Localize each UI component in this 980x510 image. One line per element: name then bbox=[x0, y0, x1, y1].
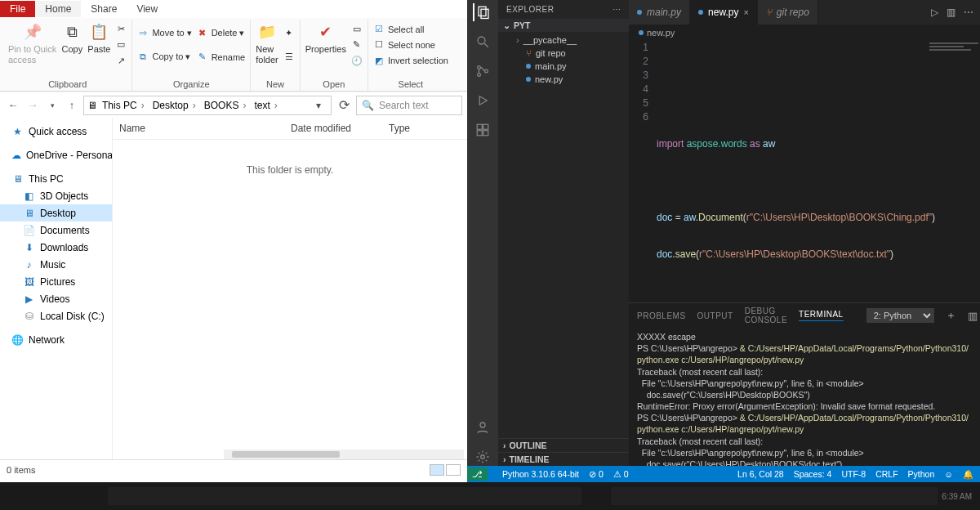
quick-access-node[interactable]: ★Quick access bbox=[0, 123, 112, 140]
tab-git-repo[interactable]: ⑂git repo bbox=[758, 0, 818, 25]
run-icon[interactable]: ▷ bbox=[931, 7, 938, 18]
explorer-activity-icon[interactable] bbox=[473, 3, 491, 21]
tab-home[interactable]: Home bbox=[35, 1, 81, 17]
search-activity-icon[interactable] bbox=[474, 33, 492, 51]
breadcrumb[interactable]: new.py bbox=[629, 25, 980, 41]
status-spaces[interactable]: Spaces: 4 bbox=[794, 469, 832, 479]
minimap[interactable] bbox=[929, 42, 978, 59]
onedrive-node[interactable]: ☁OneDrive - Personal bbox=[0, 146, 112, 163]
extensions-activity-icon[interactable] bbox=[474, 121, 492, 139]
split-editor-icon[interactable]: ▥ bbox=[947, 7, 956, 18]
crumb-this-pc[interactable]: This PC bbox=[99, 100, 148, 111]
debug-activity-icon[interactable] bbox=[474, 92, 492, 110]
status-python[interactable]: Python 3.10.6 64-bit bbox=[502, 469, 579, 479]
tab-view[interactable]: View bbox=[127, 1, 167, 17]
timeline-section[interactable]: ›TIMELINE bbox=[498, 452, 629, 466]
pin-quick-access-button[interactable]: 📌Pin to Quick access bbox=[8, 21, 56, 65]
file-new-py[interactable]: new.py bbox=[498, 73, 629, 86]
this-pc-node[interactable]: 🖥This PC bbox=[0, 170, 112, 187]
tab-new-py[interactable]: new.py× bbox=[690, 0, 758, 25]
tab-main-py[interactable]: main.py bbox=[629, 0, 690, 25]
address-bar[interactable]: 🖥 This PC Desktop BOOKS text ▾ bbox=[83, 96, 332, 115]
paste-button[interactable]: 📋Paste bbox=[87, 21, 110, 55]
copy-button[interactable]: ⧉Copy bbox=[61, 21, 82, 55]
terminal-output[interactable]: XXXXX escapePS C:\Users\HP\angrepo> & C:… bbox=[629, 328, 980, 466]
status-eol[interactable]: CRLF bbox=[875, 469, 898, 479]
status-encoding[interactable]: UTF-8 bbox=[841, 469, 866, 479]
file-gitrepo[interactable]: ⑂git repo bbox=[498, 47, 629, 60]
easy-access-button[interactable]: ☰ bbox=[283, 51, 295, 63]
cut-button[interactable]: ✂ bbox=[115, 23, 127, 35]
tree-documents[interactable]: 📄Documents bbox=[0, 221, 112, 239]
tree-desktop[interactable]: 🖥Desktop bbox=[0, 204, 112, 221]
network-node[interactable]: 🌐Network bbox=[0, 331, 112, 348]
forward-button[interactable]: → bbox=[24, 99, 41, 111]
up-button[interactable]: ↑ bbox=[64, 99, 80, 111]
more-icon[interactable]: ⋯ bbox=[612, 5, 621, 14]
open-button[interactable]: ▭ bbox=[351, 23, 363, 35]
panel-tab-terminal[interactable]: TERMINAL bbox=[799, 310, 844, 321]
search-input[interactable]: 🔍 Search text bbox=[356, 96, 462, 115]
dropdown-icon[interactable]: ▾ bbox=[310, 100, 327, 111]
new-terminal-button[interactable]: ＋ bbox=[946, 308, 957, 323]
terminal-shell-select[interactable]: 2: Python bbox=[866, 308, 934, 323]
tree-3d-objects[interactable]: ◧3D Objects bbox=[0, 187, 112, 204]
invert-selection-button[interactable]: ◩Invert selection bbox=[373, 55, 448, 67]
tree-videos[interactable]: ▶Videos bbox=[0, 290, 112, 307]
panel-tab-problems[interactable]: PROBLEMS bbox=[637, 311, 686, 320]
code-editor[interactable]: 1 2 3 4 5 6 import aspose.words as aw do… bbox=[629, 41, 980, 302]
col-name[interactable]: Name bbox=[113, 118, 284, 139]
rename-button[interactable]: ✎Rename bbox=[197, 51, 246, 63]
gear-icon[interactable] bbox=[474, 448, 492, 466]
status-language[interactable]: Python bbox=[908, 469, 935, 479]
project-section[interactable]: ⌄PYT bbox=[498, 19, 629, 32]
back-button[interactable]: ← bbox=[5, 99, 21, 111]
history-button[interactable]: 🕘 bbox=[351, 55, 363, 67]
rename-icon: ✎ bbox=[197, 51, 208, 62]
panel-tab-debug[interactable]: DEBUG CONSOLE bbox=[745, 306, 787, 324]
new-item-button[interactable]: ✦ bbox=[283, 27, 295, 39]
large-icons-view-button[interactable] bbox=[446, 464, 461, 476]
file-pycache[interactable]: ›__pycache__ bbox=[498, 34, 629, 47]
paste-shortcut-button[interactable]: ↗ bbox=[115, 55, 127, 67]
split-terminal-button[interactable]: ▥ bbox=[968, 310, 978, 322]
move-to-button[interactable]: ⇨Move to ▾ bbox=[137, 27, 191, 39]
delete-button[interactable]: ✖Delete ▾ bbox=[197, 27, 246, 39]
tab-share[interactable]: Share bbox=[81, 1, 127, 17]
tree-music[interactable]: ♪Music bbox=[0, 256, 112, 273]
select-all-button[interactable]: ☑Select all bbox=[373, 23, 448, 35]
status-feedback[interactable]: ☺ bbox=[944, 469, 953, 479]
scm-activity-icon[interactable] bbox=[474, 62, 492, 80]
tree-pictures[interactable]: 🖼Pictures bbox=[0, 273, 112, 290]
crumb-desktop[interactable]: Desktop bbox=[149, 100, 199, 111]
tree-downloads[interactable]: ⬇Downloads bbox=[0, 239, 112, 256]
close-icon[interactable]: × bbox=[743, 7, 748, 17]
copy-path-button[interactable]: ▭ bbox=[115, 38, 127, 51]
file-menu[interactable]: File bbox=[0, 1, 35, 17]
status-warnings[interactable]: ⚠ 0 bbox=[613, 469, 629, 479]
recent-button[interactable]: ▾ bbox=[44, 101, 60, 110]
crumb-text[interactable]: text bbox=[251, 100, 280, 111]
tree-local-disk[interactable]: ⛁Local Disk (C:) bbox=[0, 307, 112, 324]
remote-indicator[interactable]: ⎇ bbox=[467, 468, 488, 481]
more-icon[interactable]: ⋯ bbox=[964, 7, 973, 18]
file-main-py[interactable]: main.py bbox=[498, 60, 629, 73]
details-view-button[interactable] bbox=[430, 464, 444, 476]
copy-to-button[interactable]: ⧉Copy to ▾ bbox=[137, 51, 191, 63]
account-icon[interactable] bbox=[474, 418, 492, 436]
status-notifications-icon[interactable]: 🔔 bbox=[963, 469, 973, 480]
status-cursor[interactable]: Ln 6, Col 28 bbox=[737, 469, 784, 479]
windows-taskbar[interactable]: 6:39 AM bbox=[0, 482, 980, 510]
panel-tab-output[interactable]: OUTPUT bbox=[697, 311, 733, 320]
select-none-button[interactable]: ☐Select none bbox=[373, 38, 448, 51]
col-date[interactable]: Date modified bbox=[284, 118, 382, 139]
edit-button[interactable]: ✎ bbox=[351, 38, 363, 51]
crumb-books[interactable]: BOOKS bbox=[201, 100, 250, 111]
col-type[interactable]: Type bbox=[382, 118, 439, 139]
horizontal-scrollbar[interactable] bbox=[224, 450, 464, 459]
refresh-button[interactable]: ⟳ bbox=[335, 97, 353, 113]
new-folder-button[interactable]: 📁New folder bbox=[256, 21, 278, 65]
outline-section[interactable]: ›OUTLINE bbox=[498, 438, 629, 452]
properties-button[interactable]: ✔Properties bbox=[305, 21, 346, 55]
status-errors[interactable]: ⊘ 0 bbox=[589, 469, 604, 479]
